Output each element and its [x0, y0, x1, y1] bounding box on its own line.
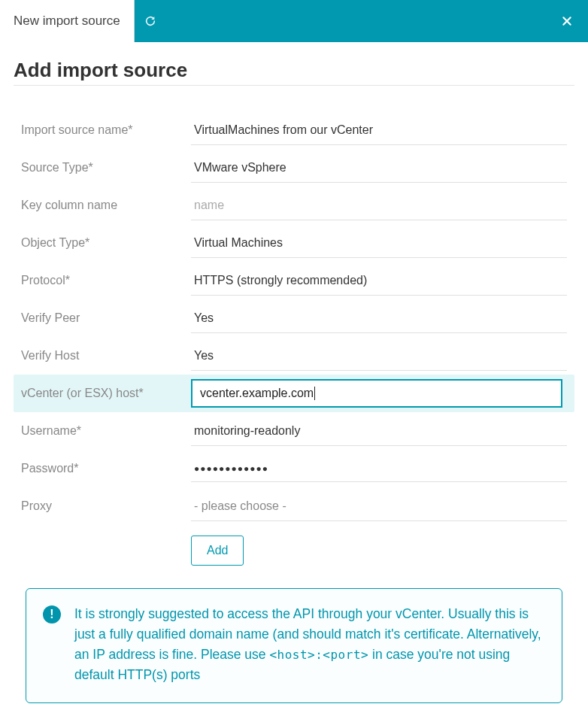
tab-new-import-source[interactable]: New import source [0, 0, 135, 42]
label-verify-peer: Verify Peer [21, 311, 191, 325]
verify-peer-select[interactable]: Yes [191, 304, 567, 333]
row-host: vCenter (or ESX) host* vcenter.example.c… [14, 375, 574, 412]
key-column-input[interactable] [191, 191, 567, 220]
divider [14, 85, 574, 86]
row-source-name: Import source name* [14, 111, 574, 149]
verify-host-select[interactable]: Yes [191, 341, 567, 371]
close-icon [561, 15, 573, 27]
label-password: Password* [21, 462, 191, 475]
label-host: vCenter (or ESX) host* [21, 387, 191, 400]
username-input[interactable] [191, 417, 567, 446]
row-proxy: Proxy - please choose - [14, 487, 574, 525]
host-input[interactable]: vcenter.example.com [191, 379, 562, 408]
row-username: Username* [14, 412, 574, 450]
row-key-column: Key column name [14, 187, 574, 224]
source-name-input[interactable] [191, 116, 567, 145]
label-protocol: Protocol* [21, 274, 191, 287]
label-username: Username* [21, 424, 191, 438]
label-source-type: Source Type* [21, 161, 191, 174]
protocol-select[interactable]: HTTPS (strongly recommended) [191, 266, 567, 296]
tab-label: New import source [14, 14, 120, 29]
submit-row: Add [14, 536, 574, 566]
row-verify-peer: Verify Peer Yes [14, 299, 574, 337]
object-type-select[interactable]: Virtual Machines [191, 229, 567, 258]
label-source-name: Import source name* [21, 123, 191, 137]
info-box: ! It is strongly suggested to access the… [26, 588, 562, 703]
page-title: Add import source [14, 59, 574, 82]
topbar: New import source [0, 0, 588, 42]
row-protocol: Protocol* HTTPS (strongly recommended) [14, 262, 574, 299]
close-button[interactable] [546, 0, 588, 42]
info-text: It is strongly suggested to access the A… [74, 604, 545, 686]
label-proxy: Proxy [21, 499, 191, 513]
info-mono: <host>:<port> [269, 648, 368, 662]
label-key-column: Key column name [21, 199, 191, 212]
label-object-type: Object Type* [21, 236, 191, 250]
row-object-type: Object Type* Virtual Machines [14, 224, 574, 262]
refresh-button[interactable] [135, 0, 166, 42]
password-input[interactable] [191, 456, 567, 482]
add-button[interactable]: Add [191, 536, 244, 566]
source-type-select[interactable]: VMware vSphere [191, 153, 567, 183]
refresh-icon [144, 15, 156, 27]
text-caret [314, 387, 315, 400]
proxy-select[interactable]: - please choose - [191, 492, 567, 521]
import-source-form: Import source name* Source Type* VMware … [14, 111, 574, 566]
row-verify-host: Verify Host Yes [14, 337, 574, 375]
row-password: Password* [14, 450, 574, 487]
row-source-type: Source Type* VMware vSphere [14, 149, 574, 187]
host-input-value: vcenter.example.com [200, 387, 314, 400]
info-icon: ! [43, 605, 61, 624]
label-verify-host: Verify Host [21, 349, 191, 363]
